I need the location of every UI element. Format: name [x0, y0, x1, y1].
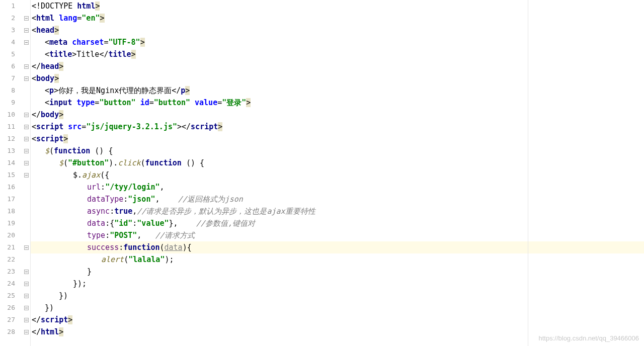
- code-token: ajax: [82, 170, 100, 180]
- code-line[interactable]: $(function () {: [31, 145, 644, 157]
- fold-toggle-icon[interactable]: [24, 40, 29, 45]
- fold-gutter-cell: [22, 60, 30, 72]
- code-line[interactable]: <body>: [31, 72, 644, 84]
- fold-toggle-icon[interactable]: [24, 113, 29, 117]
- code-line[interactable]: alert("lalala");: [31, 253, 644, 266]
- code-line[interactable]: <!DOCTYPE html>: [31, 0, 644, 12]
- code-token: (: [63, 158, 68, 167]
- code-token: >: [72, 50, 76, 59]
- code-token: id: [140, 98, 149, 107]
- code-token: :: [105, 231, 110, 240]
- code-line[interactable]: <p>你好，我是Nginx代理的静态界面</p>: [31, 84, 644, 97]
- fold-toggle-icon[interactable]: [24, 282, 29, 286]
- code-line[interactable]: <input type="button" id="button" value="…: [31, 97, 644, 109]
- code-token: data: [165, 243, 183, 252]
- code-line[interactable]: </script>: [31, 314, 644, 326]
- code-token: </: [32, 315, 41, 324]
- fold-toggle-icon[interactable]: [24, 294, 29, 298]
- fold-toggle-icon[interactable]: [24, 245, 29, 250]
- code-token: html: [41, 327, 59, 336]
- line-number: 2: [0, 12, 15, 24]
- fold-gutter-cell: [22, 24, 30, 36]
- code-token: input: [49, 98, 76, 107]
- fold-gutter-cell: [22, 97, 30, 109]
- fold-toggle-icon[interactable]: [24, 270, 29, 274]
- code-token: <: [32, 14, 36, 23]
- code-token: >: [54, 26, 59, 35]
- code-token: ,: [137, 231, 155, 240]
- code-token: ){: [183, 243, 192, 252]
- fold-toggle-icon[interactable]: [24, 125, 29, 129]
- code-area[interactable]: <!DOCTYPE html><html lang="en"><head><me…: [30, 0, 644, 346]
- code-line[interactable]: $.ajax({: [31, 169, 644, 181]
- fold-toggle-icon[interactable]: [24, 28, 29, 33]
- fold-toggle-icon[interactable]: [24, 64, 29, 69]
- fold-toggle-icon[interactable]: [24, 330, 29, 334]
- code-token: value: [195, 98, 217, 107]
- code-token: </: [32, 110, 41, 119]
- code-line[interactable]: <meta charset="UTF-8">: [31, 36, 644, 48]
- code-line[interactable]: type:"POST", //请求方式: [31, 229, 644, 241]
- code-token: Title: [76, 50, 99, 59]
- code-token: <: [45, 86, 49, 95]
- code-line[interactable]: <html lang="en">: [31, 12, 644, 24]
- code-token: (: [124, 255, 128, 264]
- code-line[interactable]: dataType:"json", //返回格式为json: [31, 193, 644, 205]
- fold-toggle-icon[interactable]: [24, 161, 29, 165]
- code-line[interactable]: success:function(data){: [31, 241, 644, 253]
- code-token: "id": [114, 219, 132, 228]
- code-token: >: [59, 62, 63, 71]
- code-token: </: [182, 122, 191, 131]
- fold-toggle-icon[interactable]: [24, 16, 29, 21]
- code-token: });: [73, 279, 87, 288]
- code-line[interactable]: data:{"id":"value"}, //参数值,键值对: [31, 217, 644, 229]
- code-line[interactable]: }: [31, 266, 644, 278]
- code-token: "value": [137, 219, 169, 228]
- code-token: p: [181, 86, 185, 95]
- code-token: >: [54, 74, 59, 83]
- code-token: //返回格式为json: [178, 195, 243, 204]
- line-number: 13: [0, 145, 15, 157]
- fold-toggle-icon[interactable]: [24, 318, 29, 322]
- code-line[interactable]: }): [31, 302, 644, 314]
- code-line[interactable]: url:"/tyy/login",: [31, 181, 644, 193]
- code-line[interactable]: });: [31, 278, 644, 290]
- code-token: :{: [105, 219, 114, 228]
- line-number: 5: [0, 48, 15, 60]
- watermark-text: https://blog.csdn.net/qq_39466006: [539, 334, 639, 342]
- line-number: 23: [0, 266, 15, 278]
- code-line[interactable]: <script src="js/jquery-3.2.1.js"></scrip…: [31, 121, 644, 133]
- code-token: charset: [72, 38, 104, 47]
- code-line[interactable]: </body>: [31, 109, 644, 121]
- code-token: function: [54, 146, 95, 155]
- code-token: html: [77, 2, 95, 11]
- code-line[interactable]: <script>: [31, 133, 644, 145]
- line-number: 18: [0, 205, 15, 217]
- code-token: "js/jquery-3.2.1.js": [86, 122, 177, 131]
- code-line[interactable]: </head>: [31, 60, 644, 72]
- code-token: html: [36, 14, 59, 23]
- code-line[interactable]: }): [31, 290, 644, 302]
- fold-gutter-cell: [22, 12, 30, 24]
- code-token: "en": [82, 14, 100, 23]
- code-token: =: [217, 98, 222, 107]
- fold-toggle-icon[interactable]: [24, 137, 29, 141]
- fold-toggle-icon[interactable]: [24, 149, 29, 153]
- code-token: >: [54, 86, 58, 95]
- code-editor[interactable]: 1234567891011121314151617181920212223242…: [0, 0, 644, 346]
- fold-toggle-icon[interactable]: [24, 76, 29, 81]
- code-token: //参数值,键值对: [196, 219, 255, 228]
- fold-toggle-icon[interactable]: [24, 173, 29, 178]
- code-line[interactable]: $("#button").click(function () {: [31, 157, 644, 169]
- fold-toggle-icon[interactable]: [24, 306, 29, 310]
- code-line[interactable]: <head>: [31, 24, 644, 36]
- code-line[interactable]: async:true,//请求是否异步，默认为异步，这也是ajax重要特性: [31, 205, 644, 217]
- code-token: :: [101, 183, 105, 192]
- line-number: 1: [0, 0, 15, 12]
- line-number: 17: [0, 193, 15, 205]
- code-token: <: [45, 50, 49, 59]
- code-line[interactable]: <title>Title</title>: [31, 48, 644, 60]
- code-token: function: [145, 158, 186, 167]
- fold-gutter-cell: [22, 193, 30, 205]
- fold-column[interactable]: [22, 0, 30, 346]
